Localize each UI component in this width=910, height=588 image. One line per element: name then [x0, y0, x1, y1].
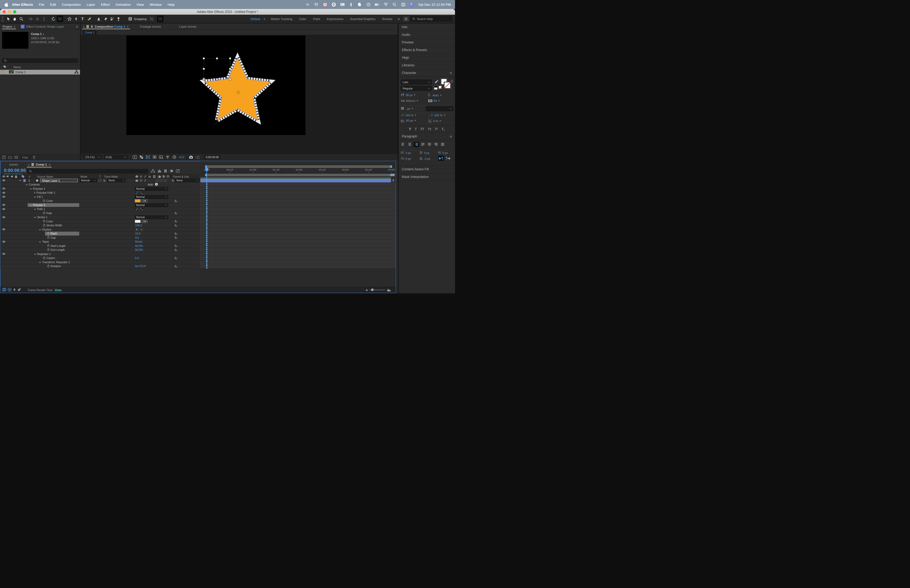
- toolbar-grip[interactable]: [2, 16, 4, 22]
- property-label[interactable]: Transform: Repeater 1: [42, 260, 70, 264]
- bluetooth-icon[interactable]: [349, 2, 353, 7]
- parent-pickwhip-icon[interactable]: [175, 220, 178, 223]
- blend-mode-dropdown[interactable]: Normal: [135, 187, 168, 191]
- switch-well[interactable]: [156, 179, 159, 182]
- in-out-buttons[interactable]: [135, 191, 144, 195]
- screen-mirror-icon[interactable]: [305, 2, 310, 7]
- channels-icon[interactable]: [165, 155, 170, 160]
- hand-tool[interactable]: [11, 16, 18, 22]
- render-order-icon[interactable]: [18, 288, 21, 292]
- menubar-clock[interactable]: Sat Dec 10 12:50 PM: [418, 3, 451, 6]
- t-switch-well[interactable]: [98, 179, 102, 182]
- control-center-icon[interactable]: [401, 2, 406, 7]
- justify-last-center-button[interactable]: [427, 142, 432, 147]
- workspace-tab-review[interactable]: Review: [379, 17, 396, 21]
- case-button-0[interactable]: T: [409, 128, 411, 131]
- quality-switch-icon[interactable]: [144, 178, 146, 183]
- property-label[interactable]: Contents: [29, 183, 40, 186]
- menu-help[interactable]: Help: [165, 3, 178, 6]
- color-swatch[interactable]: [135, 199, 141, 202]
- work-area-bar[interactable]: [206, 165, 391, 168]
- property-label[interactable]: Stroke 1: [37, 216, 47, 219]
- timeline-tab-comp[interactable]: x Comp 1 ≡: [25, 161, 54, 168]
- stopwatch-icon[interactable]: [43, 220, 45, 223]
- kerning-control[interactable]: V∕A Metrics: [401, 99, 418, 102]
- justify-all-button[interactable]: [440, 142, 446, 147]
- property-row-fill-1[interactable]: Fill 1Normal: [0, 195, 199, 199]
- project-comp-name[interactable]: Comp 1: [31, 32, 42, 36]
- anchor-point-tool[interactable]: [57, 16, 63, 22]
- magnification-dropdown[interactable]: (78.1%): [83, 155, 102, 159]
- stopwatch-icon[interactable]: [43, 199, 45, 203]
- property-row-end-length[interactable]: End Length50.0%: [0, 248, 199, 252]
- comp-marker-bin-icon[interactable]: [392, 173, 395, 178]
- property-label[interactable]: Fill 1: [37, 195, 43, 199]
- interpret-footage-icon[interactable]: [2, 155, 5, 160]
- property-label[interactable]: Polystar Path 1: [37, 191, 55, 194]
- snap-bounding-box-icon[interactable]: [157, 16, 163, 22]
- timeline-zoom-slider[interactable]: [369, 289, 385, 290]
- tab-project[interactable]: Project≡: [0, 23, 17, 29]
- property-value[interactable]: 4.0: [135, 236, 139, 240]
- stopwatch-icon[interactable]: [47, 236, 50, 239]
- menu-composition[interactable]: Composition: [59, 3, 84, 6]
- help-search-field[interactable]: [410, 16, 453, 22]
- in-out-buttons[interactable]: [135, 207, 144, 211]
- align-left-button[interactable]: [400, 142, 406, 147]
- space-before-control[interactable]: 0 px: [419, 151, 430, 155]
- property-row-dashes[interactable]: Dashes+−: [0, 228, 199, 232]
- expand-chevron[interactable]: [34, 252, 36, 255]
- panel-preview[interactable]: Preview: [399, 39, 455, 46]
- current-time-indicator-line[interactable]: [207, 172, 207, 268]
- property-label[interactable]: Dash: [50, 232, 57, 235]
- puppet-pin-tool[interactable]: [115, 16, 122, 22]
- spotlight-icon[interactable]: [392, 2, 397, 7]
- comp-breadcrumb[interactable]: Comp 1: [83, 30, 97, 34]
- menu-layer[interactable]: Layer: [84, 3, 98, 6]
- property-label[interactable]: Gap: [50, 236, 56, 239]
- property-label[interactable]: Path 1: [37, 207, 45, 210]
- apple-icon[interactable]: [4, 2, 9, 7]
- workspace-tab-motion-tracking[interactable]: Motion Tracking: [268, 17, 296, 21]
- collapse-icon[interactable]: [139, 175, 142, 179]
- property-row-color[interactable]: Color: [0, 220, 199, 224]
- guides-options-icon[interactable]: [159, 155, 163, 160]
- quality-icon[interactable]: [144, 175, 146, 179]
- property-row-contents[interactable]: ContentsAdd:: [0, 183, 199, 187]
- text-direction-ltr-button[interactable]: ▶¶: [438, 155, 444, 161]
- tag-icon[interactable]: [3, 65, 6, 69]
- column-mode[interactable]: Mode: [81, 175, 87, 178]
- property-row-path-1[interactable]: Path 1: [0, 207, 199, 212]
- eyedropper-icon[interactable]: [435, 79, 439, 85]
- eyedropper-button[interactable]: [142, 199, 147, 202]
- moon-icon[interactable]: [357, 2, 362, 7]
- expand-chevron[interactable]: [34, 191, 36, 194]
- adjustment-icon[interactable]: [162, 175, 165, 179]
- work-area-bar-2[interactable]: [206, 174, 391, 176]
- property-value[interactable]: 15.0: [135, 232, 141, 236]
- panel-content-aware-fill[interactable]: Content-Aware Fill: [399, 166, 455, 173]
- parent-pickwhip-icon[interactable]: [175, 232, 178, 236]
- timeline-search-field[interactable]: [27, 169, 148, 173]
- visibility-eye-icon[interactable]: [2, 215, 5, 219]
- solo-column-icon[interactable]: [11, 175, 13, 178]
- visibility-eye-icon[interactable]: [2, 252, 5, 256]
- mask-visibility-icon[interactable]: [152, 155, 157, 160]
- justify-last-right-button[interactable]: [433, 142, 439, 147]
- column-parent-link[interactable]: Parent & Link: [173, 175, 189, 178]
- stroke-width-control[interactable]: - px: [401, 107, 413, 110]
- horizontal-scale-control[interactable]: ↔T 100 %: [428, 114, 445, 117]
- audio-column-icon[interactable]: [6, 175, 9, 178]
- property-value[interactable]: 50.0%: [135, 244, 143, 248]
- case-button-1[interactable]: T: [415, 128, 417, 131]
- blend-mode-dropdown[interactable]: Normal: [135, 204, 168, 207]
- panel-menu-icon[interactable]: ≡: [450, 134, 452, 139]
- stroke-color-swatch[interactable]: [444, 82, 451, 89]
- name-column-header[interactable]: Name: [13, 66, 21, 69]
- exposure-icon[interactable]: [172, 155, 177, 160]
- parent-pickwhip-icon[interactable]: [175, 236, 178, 240]
- expand-chevron[interactable]: [30, 204, 32, 207]
- parent-pickwhip-icon[interactable]: [175, 244, 178, 248]
- indent-left-control[interactable]: 0 px: [401, 151, 411, 155]
- property-row-stroke-width[interactable]: Stroke Width106.0: [0, 223, 199, 228]
